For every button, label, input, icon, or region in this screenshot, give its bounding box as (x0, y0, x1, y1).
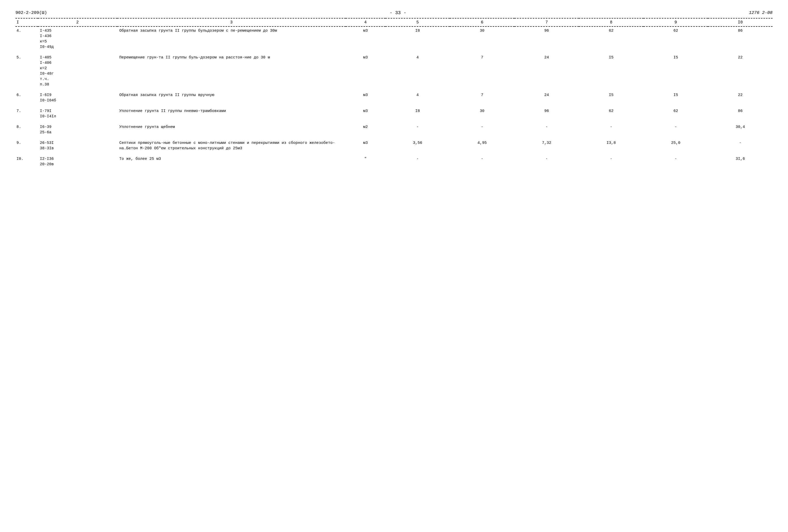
row-unit: м3 (346, 26, 386, 51)
row-col9: 62 (644, 107, 708, 120)
row-unit: м3 (346, 107, 386, 120)
row-number: 8. (16, 123, 38, 137)
col-header-7: 7 (514, 18, 579, 26)
col-header-5: 5 (386, 18, 450, 26)
row-description: Уплотнение грунта II группы пневмо-трамб… (117, 107, 346, 120)
row-col5: I8 (386, 26, 450, 51)
table-row: 7.I-79I I0-I4IлУплотнение грунта II груп… (16, 107, 772, 120)
page-center: - 33 - (47, 10, 749, 16)
row-code: I-405 I-406 к=2 I0-48г т.ч. п.38 (38, 54, 117, 88)
page-header: 902-2-209(Ш) - 33 - 1276 2-08 (16, 10, 772, 16)
row-description: Уплотнение грунта щебнем (117, 123, 346, 137)
col-header-1: I (16, 18, 38, 26)
row-description: Перемещение грун-та II группы буль-дозер… (117, 54, 346, 88)
row-col6: - (450, 155, 514, 168)
row-description: Обратная засыпка грунта II группы бульдо… (117, 26, 346, 51)
row-col10: 30,4 (708, 123, 772, 137)
table-row: 4.I-435 I-436 к=5 I0-49дОбратная засыпка… (16, 26, 772, 51)
col-header-6: 6 (450, 18, 514, 26)
row-col10: 86 (708, 26, 772, 51)
row-col8: 62 (579, 26, 644, 51)
row-col10: 22 (708, 91, 772, 104)
row-col9: I5 (644, 91, 708, 104)
row-col7: 24 (514, 91, 579, 104)
row-col7: 7,32 (514, 139, 579, 152)
col-header-8: 8 (579, 18, 644, 26)
row-code: I-79I I0-I4Iл (38, 107, 117, 120)
row-unit: м3 (346, 54, 386, 88)
row-number: 4. (16, 26, 38, 51)
row-col5: I8 (386, 107, 450, 120)
row-col9: I5 (644, 54, 708, 88)
row-col5: - (386, 123, 450, 137)
col-header-2: 2 (38, 18, 117, 26)
spacer-row (16, 88, 772, 91)
row-col7: 96 (514, 26, 579, 51)
row-col8: - (579, 155, 644, 168)
table-row: 8.I6-39 25-6аУплотнение грунта щебнемм2-… (16, 123, 772, 137)
row-col8: I3,8 (579, 139, 644, 152)
row-col8: 62 (579, 107, 644, 120)
col-header-10: I0 (708, 18, 772, 26)
spacer-row (16, 137, 772, 139)
row-col6: 4,95 (450, 139, 514, 152)
row-col9: - (644, 155, 708, 168)
row-unit: м2 (346, 123, 386, 137)
row-col6: 30 (450, 26, 514, 51)
row-col6: 7 (450, 91, 514, 104)
row-code: I-6I9 I0-I04б (38, 91, 117, 104)
row-description: То же, более 25 м3 (117, 155, 346, 168)
row-col5: 3,56 (386, 139, 450, 152)
row-number: I0. (16, 155, 38, 168)
doc-number: 902-2-209(Ш) (16, 10, 47, 15)
row-number: 9. (16, 139, 38, 152)
row-col9: 25,0 (644, 139, 708, 152)
spacer-row (16, 152, 772, 155)
table-header-row: I 2 3 4 5 6 7 8 9 I0 (16, 18, 772, 26)
row-col10: 3I,6 (708, 155, 772, 168)
col-header-9: 9 (644, 18, 708, 26)
row-col10: 22 (708, 54, 772, 88)
row-description: Септики прямоуголь-ные бетонные с моно-л… (117, 139, 346, 152)
row-col7: - (514, 155, 579, 168)
row-code: I2-I36 20-20в (38, 155, 117, 168)
row-col9: 62 (644, 26, 708, 51)
row-code: I-435 I-436 к=5 I0-49д (38, 26, 117, 51)
spacer-row (16, 51, 772, 54)
table-row: 5.I-405 I-406 к=2 I0-48г т.ч. п.38Переме… (16, 54, 772, 88)
row-col9: - (644, 123, 708, 137)
row-col7: 96 (514, 107, 579, 120)
row-col8: - (579, 123, 644, 137)
main-table: I 2 3 4 5 6 7 8 9 I0 4.I-435 I-436 к=5 I… (16, 18, 772, 168)
row-col8: I5 (579, 91, 644, 104)
row-col5: 4 (386, 54, 450, 88)
row-col6: 30 (450, 107, 514, 120)
row-col10: 86 (708, 107, 772, 120)
row-unit: м3 (346, 91, 386, 104)
row-number: 6. (16, 91, 38, 104)
table-row: I0.I2-I36 20-20вТо же, более 25 м3"-----… (16, 155, 772, 168)
table-row: 6.I-6I9 I0-I04бОбратная засыпка грунта I… (16, 91, 772, 104)
row-col7: 24 (514, 54, 579, 88)
table-row: 9.26-53I 38-3IвСептики прямоуголь-ные бе… (16, 139, 772, 152)
col-header-3: 3 (117, 18, 346, 26)
spacer-row (16, 104, 772, 107)
doc-code: 1276 2-08 (749, 10, 772, 15)
row-description: Обратная засыпка грунта II группы вручну… (117, 91, 346, 104)
row-code: 26-53I 38-3Iв (38, 139, 117, 152)
row-code: I6-39 25-6а (38, 123, 117, 137)
row-col10: - (708, 139, 772, 152)
row-col5: - (386, 155, 450, 168)
row-col5: 4 (386, 91, 450, 104)
spacer-row (16, 120, 772, 123)
row-col7: - (514, 123, 579, 137)
row-col6: 7 (450, 54, 514, 88)
row-col8: I5 (579, 54, 644, 88)
col-header-4: 4 (346, 18, 386, 26)
row-unit: м3 (346, 139, 386, 152)
row-number: 7. (16, 107, 38, 120)
row-unit: " (346, 155, 386, 168)
row-number: 5. (16, 54, 38, 88)
row-col6: - (450, 123, 514, 137)
